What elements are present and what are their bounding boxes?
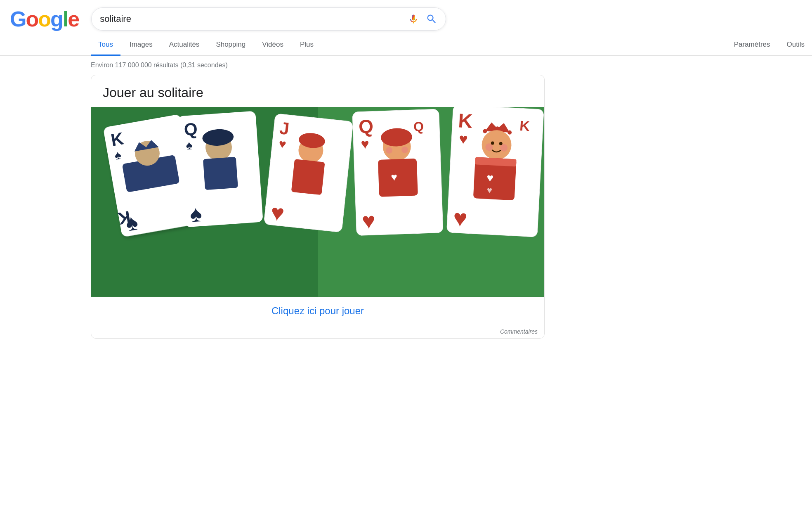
play-button-area: Cliquez ici pour jouer	[91, 297, 544, 325]
svg-text:♥: ♥	[391, 171, 397, 183]
logo-letter-o2: o	[38, 7, 50, 31]
results-count: Environ 117 000 000 résultats (0,31 seco…	[0, 56, 812, 75]
main-content: Jouer au solitaire K ♠	[0, 75, 578, 339]
svg-text:♥: ♥	[486, 185, 492, 196]
svg-text:Q: Q	[183, 119, 198, 139]
commentaires[interactable]: Commentaires	[91, 325, 544, 338]
game-card-title: Jouer au solitaire	[91, 75, 544, 107]
tab-shopping[interactable]: Shopping	[208, 35, 253, 56]
svg-text:♠: ♠	[189, 201, 203, 227]
search-input[interactable]	[100, 14, 403, 24]
svg-text:K: K	[458, 109, 473, 132]
solitaire-illustration: K ♠ K ♠ Q ♠	[91, 107, 544, 297]
svg-rect-22	[291, 159, 325, 195]
svg-text:♥: ♥	[269, 199, 286, 226]
svg-text:♥: ♥	[361, 136, 369, 152]
svg-text:♥: ♥	[278, 137, 287, 151]
svg-text:♥: ♥	[453, 205, 468, 232]
header: Google	[0, 0, 812, 31]
tab-videos[interactable]: Vidéos	[255, 35, 291, 56]
svg-text:♥: ♥	[458, 130, 468, 147]
svg-text:K: K	[519, 118, 530, 134]
logo-letter-g2: g	[50, 7, 63, 31]
search-icons	[408, 13, 437, 25]
svg-text:♥: ♥	[361, 208, 376, 234]
logo-letter-o1: o	[26, 7, 38, 31]
tab-plus[interactable]: Plus	[293, 35, 321, 56]
google-logo[interactable]: Google	[10, 7, 79, 31]
tab-actualites[interactable]: Actualités	[162, 35, 207, 56]
svg-rect-15	[203, 157, 238, 190]
svg-text:Q: Q	[413, 119, 424, 134]
logo-letter-e: e	[68, 7, 79, 31]
search-bar	[91, 7, 446, 31]
nav-tabs: Tous Images Actualités Shopping Vidéos P…	[0, 35, 812, 56]
microphone-icon[interactable]	[408, 13, 419, 25]
logo-letter-g: G	[10, 7, 26, 31]
search-bar-container	[91, 7, 446, 31]
search-icon[interactable]	[426, 13, 437, 25]
svg-text:♠: ♠	[185, 138, 193, 152]
game-card: Jouer au solitaire K ♠	[91, 75, 545, 339]
tab-outils[interactable]: Outils	[779, 35, 812, 56]
svg-text:♥: ♥	[486, 171, 494, 185]
svg-rect-31	[378, 159, 418, 197]
tab-parametres[interactable]: Paramètres	[727, 35, 778, 56]
game-image[interactable]: K ♠ K ♠ Q ♠	[91, 107, 544, 297]
play-button[interactable]: Cliquez ici pour jouer	[271, 305, 364, 316]
logo-letter-l: l	[63, 7, 68, 31]
svg-text:Q: Q	[358, 116, 374, 137]
tab-tous[interactable]: Tous	[91, 35, 120, 56]
svg-text:J: J	[279, 118, 290, 138]
tab-images[interactable]: Images	[122, 35, 160, 56]
